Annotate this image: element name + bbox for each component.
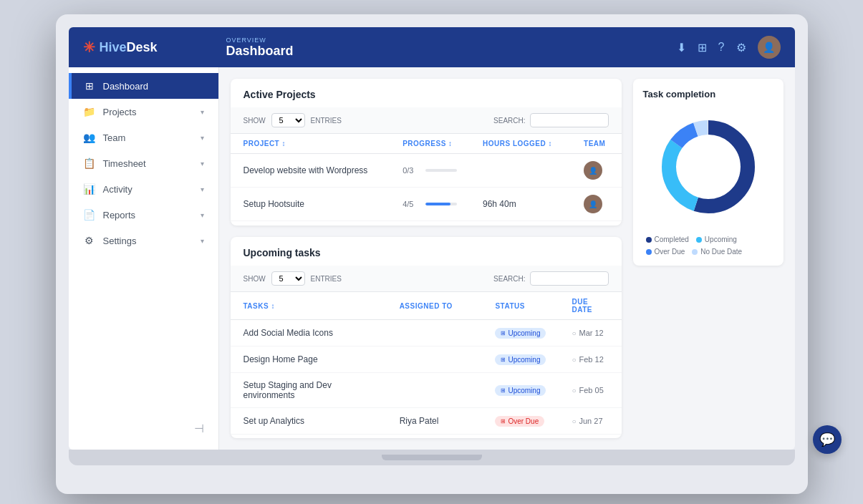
project-hours (470, 154, 571, 188)
task-assigned (387, 373, 483, 408)
table-row: Develop website with Wordpress 0/3 (231, 154, 622, 188)
user-avatar[interactable]: 👤 (758, 36, 781, 59)
task-status: ⊞ Upcoming (482, 320, 559, 346)
search-input[interactable] (530, 113, 609, 127)
sidebar-item-projects[interactable]: 📁 Projects ▾ (69, 99, 218, 125)
task-assigned (387, 320, 483, 346)
logo-icon: ✳ (83, 39, 95, 56)
col-hours[interactable]: HOURS LOGGED ↕ (470, 134, 571, 154)
sidebar-collapse-button[interactable]: ⊣ (69, 413, 218, 444)
project-team: 👤 (571, 188, 621, 221)
task-assigned: Stephanie Sanchez (387, 435, 483, 438)
projects-icon: 📁 (83, 106, 96, 117)
sidebar-item-timesheet[interactable]: 📋 Timesheet ▾ (69, 150, 218, 176)
entries-label: ENTRIES (311, 275, 342, 283)
chart-legend: Completed Upcoming Over Due (643, 236, 773, 256)
sidebar-item-label: Timesheet (103, 158, 193, 169)
project-name: Develop website with Wordpress (231, 154, 390, 188)
sidebar-item-label: Settings (103, 236, 193, 246)
sidebar-item-label: Dashboard (103, 81, 204, 92)
col-duedate[interactable]: DUE DATE (559, 292, 621, 320)
clock-icon: ○ (572, 387, 576, 394)
header-icons: ⬇ ⊞ ? ⚙ 👤 (677, 36, 781, 59)
badge-icon: ⊞ (501, 418, 506, 425)
task-assigned: Riya Patel (387, 408, 483, 435)
timesheet-icon: 📋 (83, 158, 96, 169)
table-row: Finalize Font Choice Stephanie Sanchez ⊞… (231, 435, 622, 438)
content-area: Active Projects SHOW 5 10 25 ENTRIES SEA… (219, 67, 795, 450)
chat-button[interactable]: 💬 (813, 425, 842, 454)
upcoming-tasks-controls: SHOW 5 10 ENTRIES SEARCH: (231, 266, 622, 292)
show-select[interactable]: 5 10 25 (271, 113, 305, 127)
settings-nav-icon: ⚙ (83, 235, 96, 246)
task-due: ○Feb 05 (559, 373, 621, 408)
task-due: ○Mar 12 (559, 320, 621, 346)
show-label: SHOW (244, 275, 266, 283)
upcoming-tasks-title: Upcoming tasks (231, 237, 622, 266)
task-completion-title: Task completion (643, 89, 773, 100)
project-team: 👤 (571, 154, 621, 188)
sidebar-item-reports[interactable]: 📄 Reports ▾ (69, 202, 218, 228)
grid-icon[interactable]: ⊞ (698, 41, 707, 54)
activity-icon: 📊 (83, 183, 96, 195)
col-tasks[interactable]: TASKS ↕ (231, 292, 387, 320)
upcoming-tasks-card: Upcoming tasks SHOW 5 10 ENTRIES SEARCH: (231, 237, 622, 438)
task-name: Setup Staging and Dev environments (231, 373, 387, 408)
sidebar-item-label: Reports (103, 210, 193, 220)
legend-overdue: Over Due (646, 248, 685, 256)
task-name: Finalize Font Choice (231, 435, 387, 438)
task-due: ○Jun 27 (559, 408, 621, 435)
task-due: ○Feb 12 (559, 346, 621, 373)
search-area: SEARCH: (493, 271, 608, 286)
task-name: Design Home Page (231, 346, 387, 373)
header-title-area: OVERVIEW Dashboard (226, 37, 677, 59)
pagination: SHOWING 1 TO 2 OF 2 ENTRIES ‹ 1 › (231, 220, 622, 226)
table-row: Add Social Media Icons ⊞ Upcoming (231, 320, 622, 346)
col-status[interactable]: STATUS (482, 292, 559, 320)
sidebar-item-label: Team (103, 132, 193, 143)
page-title: Dashboard (226, 44, 677, 59)
sidebar-item-dashboard[interactable]: ⊞ Dashboard (69, 73, 218, 99)
avatar: 👤 (584, 161, 602, 180)
search-label: SEARCH: (493, 275, 525, 283)
sidebar: ⊞ Dashboard 📁 Projects ▾ 👥 Team ▾ 📋 Time… (69, 67, 219, 450)
legend-nodue: No Due Date (692, 248, 742, 256)
task-status: ⊞ Over Due (482, 408, 559, 435)
col-progress[interactable]: PROGRESS ↕ (390, 134, 470, 154)
col-assigned[interactable]: ASSIGNED TO (387, 292, 483, 320)
chevron-down-icon: ▾ (201, 211, 204, 219)
status-badge: ⊞ Upcoming (495, 385, 546, 396)
sidebar-item-settings[interactable]: ⚙ Settings ▾ (69, 228, 218, 253)
team-icon: 👥 (83, 132, 96, 143)
download-icon[interactable]: ⬇ (677, 41, 686, 54)
table-row: Setup Staging and Dev environments ⊞ Upc… (231, 373, 622, 408)
overview-label: OVERVIEW (226, 37, 677, 44)
badge-icon: ⊞ (501, 330, 506, 336)
search-label: SEARCH: (493, 117, 525, 125)
help-icon[interactable]: ? (718, 41, 725, 54)
badge-icon: ⊞ (501, 357, 506, 363)
task-status: ⊞ Upcoming (482, 435, 559, 438)
table-row: Set up Analytics Riya Patel ⊞ Over Due (231, 408, 622, 435)
search-area: SEARCH: (493, 113, 608, 127)
status-badge: ⊞ Upcoming (495, 354, 546, 365)
clock-icon: ○ (572, 356, 576, 364)
settings-icon[interactable]: ⚙ (736, 41, 746, 54)
task-status: ⊞ Upcoming (482, 346, 559, 373)
legend-completed: Completed (646, 236, 689, 243)
table-row: Design Home Page ⊞ Upcoming (231, 346, 622, 373)
sidebar-item-activity[interactable]: 📊 Activity ▾ (69, 176, 218, 202)
sidebar-item-team[interactable]: 👥 Team ▾ (69, 125, 218, 150)
clock-icon: ○ (572, 417, 576, 425)
col-project[interactable]: PROJECT ↕ (231, 134, 390, 154)
show-select[interactable]: 5 10 (271, 271, 305, 286)
task-name: Add Social Media Icons (231, 320, 387, 346)
active-projects-table: PROJECT ↕ PROGRESS ↕ HOURS LOGGED ↕ TEAM… (231, 134, 622, 220)
sidebar-item-label: Activity (103, 184, 193, 195)
chevron-down-icon: ▾ (201, 185, 204, 193)
chevron-down-icon: ▾ (201, 160, 204, 168)
col-team[interactable]: TEAM (571, 134, 621, 154)
reports-icon: 📄 (83, 209, 96, 220)
sidebar-item-label: Projects (103, 107, 193, 117)
search-input[interactable] (530, 271, 609, 286)
